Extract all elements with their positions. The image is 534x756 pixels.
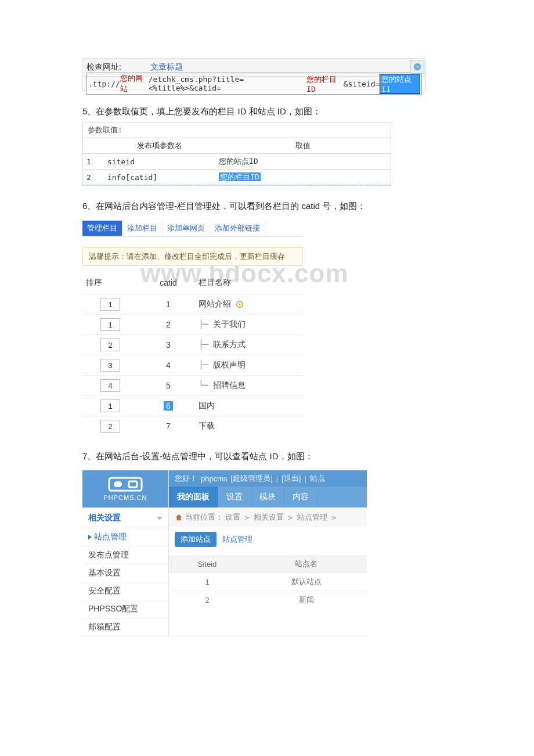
param-table: 发布项参数名 取值 1 siteid 您的站点ID 2 info[catid] …: [83, 138, 391, 185]
help-icon[interactable]: ?: [410, 60, 424, 74]
breadcrumb-label: 当前位置：: [185, 512, 223, 523]
site-switch-link[interactable]: 站点: [310, 473, 325, 484]
category-row: 3 ├─ 联系方式: [82, 335, 303, 355]
param-title: 参数取值:: [83, 123, 391, 138]
article-title-link[interactable]: 文章标题: [150, 62, 183, 73]
catname-cell[interactable]: 网站介绍: [195, 294, 303, 315]
category-row: 2 ├─ 关于我们: [82, 315, 303, 335]
sort-input[interactable]: [100, 399, 120, 412]
param-value: 您的站点ID: [215, 154, 391, 170]
logout-link[interactable]: [退出]: [282, 473, 301, 484]
catid-cell: 1: [142, 294, 195, 315]
catname-cell[interactable]: 下载: [195, 416, 303, 437]
tab-add-category[interactable]: 添加栏目: [122, 221, 163, 236]
sidebar-item-security[interactable]: 安全配置: [82, 582, 168, 600]
svg-rect-5: [114, 481, 122, 487]
phpcms-sidebar: PHPCMS.CN 相关设置 站点管理 发布点管理 基本设置 安全配置 PHPS…: [82, 470, 169, 636]
catname-cell[interactable]: ├─ 联系方式: [195, 335, 303, 355]
sidebar-item-site-manage[interactable]: 站点管理: [82, 528, 168, 546]
phpcms-panel: PHPCMS.CN 相关设置 站点管理 发布点管理 基本设置 安全配置 PHPS…: [82, 470, 367, 636]
catid-cell: 2: [142, 315, 195, 335]
check-url-input-row: .ttp:// 您的网站 /etchk_cms.php?title=<%titl…: [83, 77, 425, 91]
param-header-row: 发布项参数名 取值: [83, 138, 391, 154]
nav-my-panel[interactable]: 我的面板: [169, 487, 218, 507]
category-row: 6 国内: [82, 396, 303, 416]
category-header-name: 栏目名称: [195, 272, 303, 294]
arrow-right-icon: [88, 535, 92, 539]
site-header-id: Siteid: [169, 555, 246, 573]
tip-box: 温馨提示：请在添加、修改栏目全部完成后，更新栏目缓存: [82, 247, 303, 266]
chevron-down-icon: [157, 517, 163, 520]
site-table: Siteid 站点名 1 默认站点 2 新闻: [169, 555, 367, 609]
sort-input[interactable]: [100, 379, 120, 392]
category-tabs: 管理栏目 添加栏目 添加单网页 添加外部链接: [82, 220, 303, 237]
url-catid-token: 您的栏目ID: [306, 74, 344, 93]
logo-text: PHPCMS.CN: [103, 494, 147, 501]
sidebar-item-publish-point[interactable]: 发布点管理: [82, 546, 168, 564]
svg-text:?: ?: [416, 64, 418, 70]
nav-content[interactable]: 内容: [284, 487, 317, 507]
sort-input[interactable]: [100, 339, 120, 351]
check-url-value[interactable]: .ttp:// 您的网站 /etchk_cms.php?title=<%titl…: [86, 73, 422, 95]
url-siteid-token: 您的站点II: [380, 74, 420, 94]
add-site-button[interactable]: 添加站点: [175, 532, 217, 547]
url-part: .ttp://: [88, 80, 120, 88]
tab-manage-category[interactable]: 管理栏目: [82, 221, 122, 236]
category-row: 1 网站介绍: [82, 294, 303, 315]
site-id: 1: [169, 573, 246, 591]
svg-point-3: [239, 304, 241, 306]
sidebar-item-basic[interactable]: 基本设置: [82, 564, 168, 582]
site-name[interactable]: 默认站点: [246, 573, 367, 591]
param-idx: 2: [83, 170, 104, 185]
catname-cell[interactable]: ├─ 版权声明: [195, 355, 303, 376]
logo-icon: [108, 477, 143, 492]
check-url-panel: 检查网址: 文章标题 ? .ttp:// 您的网站 /etchk_cms.php…: [82, 58, 426, 91]
step-6-text: 6、在网站后台内容管理-栏目管理处，可以看到各栏目的 catid 号，如图：: [82, 201, 534, 212]
param-name: siteid: [104, 154, 215, 170]
breadcrumb-part[interactable]: 站点管理: [297, 512, 327, 523]
site-row: 1 默认站点: [169, 573, 367, 591]
sidebar-item-mail[interactable]: 邮箱配置: [82, 618, 168, 636]
sort-input[interactable]: [100, 318, 120, 331]
catid-cell: 4: [142, 355, 195, 376]
manage-site-link[interactable]: 站点管理: [222, 534, 252, 545]
category-row: 4 ├─ 版权声明: [82, 355, 303, 376]
userbar-greeting: 您好！: [175, 473, 197, 484]
sort-input[interactable]: [100, 420, 120, 433]
site-name[interactable]: 新闻: [246, 591, 367, 609]
category-header-sort: 排序: [82, 272, 142, 294]
step-5-text: 5、在参数取值页，填上您要发布的栏目 ID 和站点 ID，如图：: [82, 106, 534, 117]
nav-modules[interactable]: 模块: [251, 487, 284, 507]
param-value: 您的栏目ID: [215, 170, 391, 185]
svg-rect-6: [129, 481, 137, 487]
site-header-name: 站点名: [246, 555, 367, 573]
catname-cell[interactable]: ├─ 关于我们: [195, 315, 303, 335]
step-7-text: 7、在网站后台-设置-站点管理中，可以查看站点 ID，如图：: [82, 451, 534, 462]
top-nav: 我的面板 设置 模块 内容: [169, 487, 367, 507]
tab-add-page[interactable]: 添加单网页: [163, 221, 210, 236]
category-header-catid: catid: [142, 272, 195, 294]
param-header-name: 发布项参数名: [104, 138, 215, 154]
site-header-row: Siteid 站点名: [169, 555, 367, 573]
phpcms-main: 您好！ phpcms [超级管理员] | [退出] | 站点 我的面板 设置 模…: [169, 470, 367, 636]
sort-input[interactable]: [100, 298, 120, 311]
sort-input[interactable]: [100, 359, 120, 372]
param-header-value: 取值: [215, 138, 391, 154]
tab-add-external-link[interactable]: 添加外部链接: [210, 221, 265, 236]
sidebar-item-phpsso[interactable]: PHPSSO配置: [82, 600, 168, 618]
param-row: 2 info[catid] 您的栏目ID: [83, 170, 391, 185]
nav-settings[interactable]: 设置: [218, 487, 251, 507]
catid-cell: 6: [142, 396, 195, 416]
breadcrumb-part[interactable]: 相关设置: [254, 512, 284, 523]
catid-cell: 5: [142, 376, 195, 396]
category-row: 5 └─ 招聘信息: [82, 376, 303, 396]
catname-cell[interactable]: └─ 招聘信息: [195, 376, 303, 396]
userbar: 您好！ phpcms [超级管理员] | [退出] | 站点: [169, 470, 367, 487]
breadcrumb-part[interactable]: 设置: [225, 512, 240, 523]
catname-cell[interactable]: 国内: [195, 396, 303, 416]
catid-cell: 7: [142, 416, 195, 437]
param-idx: 1: [83, 154, 104, 170]
home-icon: [175, 513, 183, 521]
url-part: &siteid=: [344, 80, 380, 88]
sidebar-group-header[interactable]: 相关设置: [82, 508, 168, 528]
